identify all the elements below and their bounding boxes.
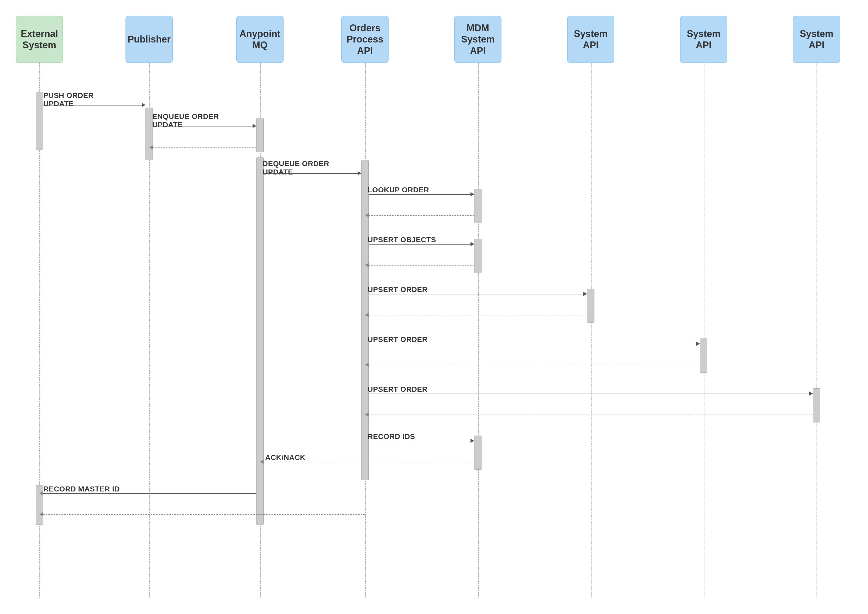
msg5-label: LOOKUP ORDER (368, 186, 429, 194)
lifeline-sysapi1 (591, 63, 592, 598)
msg3-line (153, 147, 256, 148)
actor-external: ExternalSystem (16, 16, 63, 63)
activation-external-1 (36, 92, 43, 150)
actor-sysapi2-label: System API (680, 28, 727, 51)
msg15-line (369, 441, 474, 441)
actor-anypointmq: Anypoint MQ (236, 16, 284, 63)
msg10-arrowhead (365, 313, 369, 317)
msg11-label: UPSERT ORDER (368, 335, 427, 344)
msg2-arrowhead (253, 124, 256, 128)
msg13-arrowhead (809, 391, 813, 396)
msg7-line (369, 244, 474, 245)
actor-mdm: MDM SystemAPI (454, 16, 502, 63)
activation-sysapi1 (587, 288, 595, 323)
lifeline-sysapi2 (703, 63, 705, 598)
msg12-arrowhead (365, 363, 369, 367)
msg15-label: RECORD IDS (368, 433, 415, 441)
msg1-label: PUSH ORDERUPDATE (43, 91, 94, 108)
msg17-line (43, 493, 256, 494)
msg11-arrowhead (696, 342, 700, 346)
msg6-line (369, 215, 474, 216)
actor-external-label: ExternalSystem (21, 28, 58, 51)
msg17-arrowhead (39, 491, 43, 495)
msg7-arrowhead (470, 242, 474, 246)
msg4-arrowhead (357, 171, 361, 175)
msg13-line (369, 394, 813, 394)
msg5-arrowhead (470, 192, 474, 196)
actor-anypointmq-label: Anypoint MQ (237, 28, 283, 51)
msg14-arrowhead (365, 412, 369, 417)
msg3-arrowhead (149, 145, 153, 150)
lifeline-sysapi3 (817, 63, 817, 598)
msg2-line (153, 126, 256, 127)
activation-anypointmq-2 (256, 157, 264, 525)
actor-sysapi3: System API (793, 16, 840, 63)
msg6-arrowhead (365, 213, 369, 217)
activation-mdm-1 (474, 189, 481, 223)
msg16-line (264, 462, 474, 462)
actor-sysapi3-label: System API (793, 28, 840, 51)
actor-publisher: Publisher (126, 16, 173, 63)
activation-mdm-3 (474, 436, 481, 470)
msg7-label: UPSERT OBJECTS (368, 236, 436, 244)
activation-sysapi2 (700, 338, 707, 373)
msg14-line (369, 415, 813, 415)
msg9-line (369, 294, 587, 295)
msg12-line (369, 365, 700, 365)
msg10-line (369, 315, 587, 315)
actor-orders-label: Orders ProcessAPI (342, 22, 388, 56)
msg9-arrowhead-r (583, 292, 587, 296)
activation-orders (361, 160, 369, 480)
msg4-label: DEQUEUE ORDERUPDATE (262, 160, 329, 176)
msg5-line (369, 194, 474, 195)
activation-anypointmq-1 (256, 118, 264, 152)
actor-mdm-label: MDM SystemAPI (455, 22, 501, 56)
diagram-container: ExternalSystem Publisher Anypoint MQ Ord… (0, 0, 868, 614)
msg8-arrowhead (365, 263, 369, 267)
actor-sysapi1: System API (567, 16, 614, 63)
activation-publisher (146, 108, 153, 160)
msg16-arrowhead (260, 460, 264, 464)
msg18-arrowhead (39, 512, 43, 516)
msg9-label: UPSERT ORDER (368, 285, 427, 294)
actor-orders: Orders ProcessAPI (341, 16, 388, 63)
msg4-line (264, 173, 361, 174)
activation-mdm-2 (474, 239, 481, 273)
msg15-arrowhead (470, 439, 474, 443)
lifeline-mdm (478, 63, 479, 598)
actor-publisher-label: Publisher (127, 34, 171, 45)
msg2-label: ENQUEUE ORDERUPDATE (152, 112, 219, 129)
msg1-line (43, 105, 146, 105)
msg8-line (369, 265, 474, 265)
msg16-label: ACK/NACK (265, 453, 305, 462)
msg13-label: UPSERT ORDER (368, 385, 427, 394)
msg17-label: RECORD MASTER ID (43, 485, 120, 493)
msg1-arrowhead (142, 103, 146, 107)
activation-sysapi3 (813, 388, 820, 422)
actor-sysapi2: System API (680, 16, 727, 63)
msg11-line (369, 344, 700, 344)
actor-sysapi1-label: System API (568, 28, 614, 51)
msg18-line (43, 514, 365, 515)
